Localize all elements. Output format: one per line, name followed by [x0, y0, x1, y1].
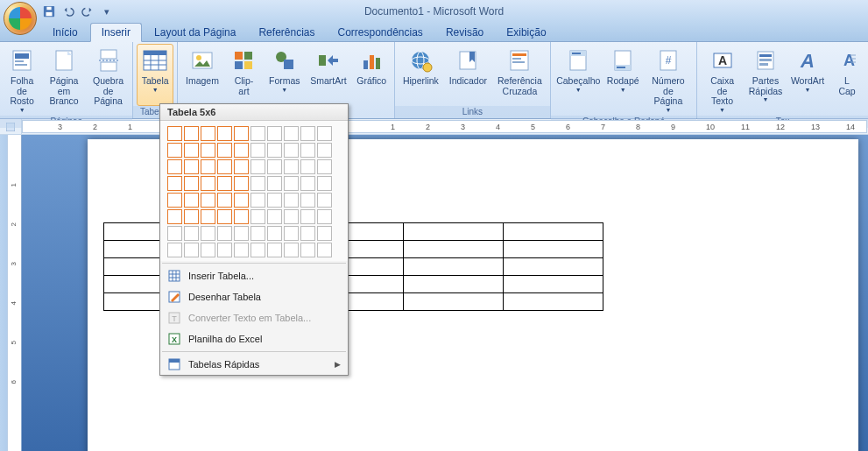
- grid-cell[interactable]: [167, 209, 182, 224]
- grid-cell[interactable]: [267, 126, 282, 141]
- grid-cell[interactable]: [300, 226, 315, 241]
- grid-cell[interactable]: [217, 176, 232, 191]
- grid-cell[interactable]: [167, 143, 182, 158]
- grid-cell[interactable]: [251, 193, 265, 208]
- grid-cell[interactable]: [251, 176, 265, 191]
- grid-cell[interactable]: [284, 226, 299, 241]
- office-button[interactable]: [4, 2, 37, 35]
- grid-cell[interactable]: [251, 159, 265, 174]
- smartart-button[interactable]: SmartArt: [306, 44, 350, 106]
- grid-cell[interactable]: [251, 126, 265, 141]
- clipart-button[interactable]: Clip-art: [225, 44, 264, 106]
- redo-icon[interactable]: [81, 4, 95, 18]
- tab-exibicao[interactable]: Exibição: [496, 24, 556, 41]
- vertical-ruler[interactable]: 123456: [7, 135, 21, 451]
- grid-cell[interactable]: [217, 159, 232, 174]
- letra-capitular-button[interactable]: A LCap: [829, 44, 864, 116]
- qat-more-icon[interactable]: ▾: [100, 4, 114, 18]
- grid-cell[interactable]: [217, 143, 232, 158]
- grid-cell[interactable]: [234, 243, 249, 257]
- grid-cell[interactable]: [201, 209, 215, 224]
- grid-cell[interactable]: [317, 193, 332, 208]
- cabecalho-button[interactable]: Cabeçalho ▼: [554, 44, 603, 116]
- grid-cell[interactable]: [300, 243, 315, 257]
- grid-cell[interactable]: [167, 159, 182, 174]
- grid-cell[interactable]: [251, 209, 265, 224]
- formas-button[interactable]: Formas ▼: [265, 44, 304, 106]
- grid-cell[interactable]: [167, 193, 182, 208]
- folha-rosto-button[interactable]: Folha deRosto ▼: [4, 44, 40, 116]
- grid-cell[interactable]: [184, 143, 199, 158]
- grid-cell[interactable]: [317, 243, 332, 257]
- grid-cell[interactable]: [267, 159, 282, 174]
- grid-cell[interactable]: [267, 143, 282, 158]
- grid-cell[interactable]: [284, 159, 299, 174]
- grid-cell[interactable]: [184, 159, 199, 174]
- grid-cell[interactable]: [167, 176, 182, 191]
- grid-cell[interactable]: [317, 209, 332, 224]
- grid-cell[interactable]: [201, 226, 215, 241]
- grid-cell[interactable]: [201, 159, 215, 174]
- grafico-button[interactable]: Gráfico: [352, 44, 391, 106]
- tabelas-rapidas-item[interactable]: Tabelas Rápidas ▶: [160, 354, 348, 375]
- grid-cell[interactable]: [267, 193, 282, 208]
- grid-cell[interactable]: [184, 176, 199, 191]
- grid-cell[interactable]: [201, 176, 215, 191]
- grid-cell[interactable]: [300, 193, 315, 208]
- table-size-grid[interactable]: [160, 121, 348, 261]
- grid-cell[interactable]: [184, 209, 199, 224]
- grid-cell[interactable]: [317, 159, 332, 174]
- grid-cell[interactable]: [234, 209, 249, 224]
- planilha-excel-item[interactable]: X Planilha do Excel: [160, 328, 348, 349]
- indicador-button[interactable]: Indicador: [445, 44, 491, 106]
- grid-cell[interactable]: [234, 159, 249, 174]
- grid-cell[interactable]: [167, 126, 182, 141]
- tabela-button[interactable]: Tabela ▼: [137, 44, 173, 106]
- grid-cell[interactable]: [167, 226, 182, 241]
- grid-cell[interactable]: [284, 143, 299, 158]
- grid-cell[interactable]: [184, 126, 199, 141]
- grid-cell[interactable]: [251, 243, 265, 257]
- quebra-pagina-button[interactable]: Quebrade Página: [88, 44, 129, 116]
- grid-cell[interactable]: [284, 243, 299, 257]
- grid-cell[interactable]: [184, 243, 199, 257]
- grid-cell[interactable]: [201, 243, 215, 257]
- tab-inserir[interactable]: Inserir: [90, 23, 142, 42]
- grid-cell[interactable]: [300, 126, 315, 141]
- grid-cell[interactable]: [234, 126, 249, 141]
- grid-cell[interactable]: [217, 209, 232, 224]
- grid-cell[interactable]: [300, 159, 315, 174]
- grid-cell[interactable]: [251, 143, 265, 158]
- grid-cell[interactable]: [317, 143, 332, 158]
- grid-cell[interactable]: [251, 226, 265, 241]
- grid-cell[interactable]: [217, 226, 232, 241]
- grid-cell[interactable]: [284, 193, 299, 208]
- grid-cell[interactable]: [234, 143, 249, 158]
- grid-cell[interactable]: [267, 209, 282, 224]
- desenhar-tabela-item[interactable]: Desenhar Tabela: [160, 286, 348, 307]
- grid-cell[interactable]: [184, 193, 199, 208]
- inserir-tabela-item[interactable]: Inserir Tabela...: [160, 265, 348, 286]
- grid-cell[interactable]: [234, 176, 249, 191]
- grid-cell[interactable]: [317, 226, 332, 241]
- grid-cell[interactable]: [217, 243, 232, 257]
- grid-cell[interactable]: [317, 126, 332, 141]
- ref-cruzada-button[interactable]: ReferênciaCruzada: [493, 44, 547, 106]
- grid-cell[interactable]: [317, 176, 332, 191]
- caixa-texto-button[interactable]: A Caixa deTexto ▼: [701, 44, 744, 116]
- tab-inicio[interactable]: Início: [42, 24, 88, 41]
- grid-cell[interactable]: [167, 243, 182, 257]
- hiperlink-button[interactable]: Hiperlink: [399, 44, 443, 106]
- grid-cell[interactable]: [234, 226, 249, 241]
- save-icon[interactable]: [42, 4, 56, 18]
- grid-cell[interactable]: [201, 126, 215, 141]
- grid-cell[interactable]: [234, 193, 249, 208]
- grid-cell[interactable]: [201, 193, 215, 208]
- grid-cell[interactable]: [284, 126, 299, 141]
- grid-cell[interactable]: [300, 143, 315, 158]
- grid-cell[interactable]: [267, 226, 282, 241]
- tab-revisao[interactable]: Revisão: [435, 24, 494, 41]
- horizontal-ruler[interactable]: 123456789101112131415321: [22, 120, 867, 133]
- grid-cell[interactable]: [284, 209, 299, 224]
- rodape-button[interactable]: Rodapé ▼: [604, 44, 642, 116]
